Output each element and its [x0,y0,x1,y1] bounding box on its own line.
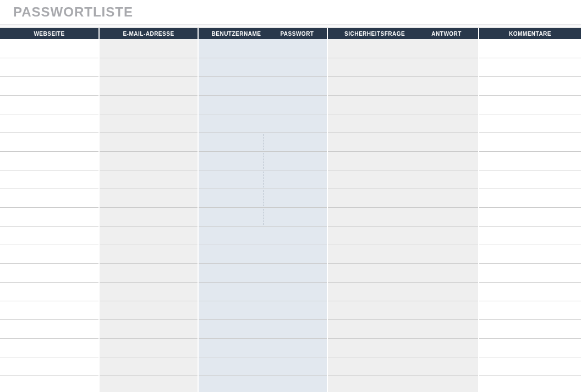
cell-user-pass[interactable] [198,39,327,58]
cell-kommentare[interactable] [479,226,581,245]
cell-email[interactable] [99,170,198,189]
cell-email[interactable] [99,39,198,58]
cell-sec-ant[interactable] [327,263,479,282]
cell-email[interactable] [99,226,198,245]
cell-user-pass[interactable] [198,245,327,263]
table-row [0,245,581,263]
cell-kommentare[interactable] [479,263,581,282]
cell-email[interactable] [99,114,198,132]
cell-kommentare[interactable] [479,207,581,226]
cell-user-pass[interactable] [198,376,327,392]
cell-webseite[interactable] [0,357,99,376]
cell-sec-ant[interactable] [327,76,479,95]
cell-sec-ant[interactable] [327,226,479,245]
cell-webseite[interactable] [0,301,99,319]
cell-email[interactable] [99,189,198,207]
cell-sec-ant[interactable] [327,319,479,338]
cell-kommentare[interactable] [479,170,581,189]
cell-webseite[interactable] [0,151,99,170]
cell-user-pass[interactable] [198,58,327,76]
cell-email[interactable] [99,95,198,114]
col-header-email: E-MAIL-ADRESSE [99,28,198,39]
cell-email[interactable] [99,301,198,319]
cell-sec-ant[interactable] [327,189,479,207]
cell-user-pass[interactable] [198,282,327,301]
cell-webseite[interactable] [0,376,99,392]
cell-user-pass[interactable] [198,151,327,170]
cell-webseite[interactable] [0,95,99,114]
cell-email[interactable] [99,58,198,76]
cell-email[interactable] [99,263,198,282]
cell-email[interactable] [99,338,198,357]
cell-user-pass[interactable] [198,76,327,95]
cell-sec-ant[interactable] [327,245,479,263]
cell-sec-ant[interactable] [327,207,479,226]
cell-kommentare[interactable] [479,132,581,151]
cell-user-pass[interactable] [198,189,327,207]
cell-webseite[interactable] [0,189,99,207]
cell-user-pass[interactable] [198,95,327,114]
cell-user-pass[interactable] [198,207,327,226]
cell-sec-ant[interactable] [327,39,479,58]
cell-webseite[interactable] [0,207,99,226]
cell-email[interactable] [99,151,198,170]
cell-webseite[interactable] [0,263,99,282]
cell-email[interactable] [99,376,198,392]
cell-kommentare[interactable] [479,189,581,207]
cell-user-pass[interactable] [198,301,327,319]
cell-email[interactable] [99,319,198,338]
cell-user-pass[interactable] [198,263,327,282]
cell-webseite[interactable] [0,282,99,301]
cell-sec-ant[interactable] [327,151,479,170]
cell-webseite[interactable] [0,170,99,189]
cell-sec-ant[interactable] [327,170,479,189]
cell-sec-ant[interactable] [327,376,479,392]
cell-user-pass[interactable] [198,226,327,245]
cell-kommentare[interactable] [479,282,581,301]
cell-sec-ant[interactable] [327,357,479,376]
cell-kommentare[interactable] [479,58,581,76]
password-table: WEBSEITE E-MAIL-ADRESSE BENUTZERNAME PAS… [0,28,581,392]
cell-sec-ant[interactable] [327,114,479,132]
cell-email[interactable] [99,282,198,301]
cell-webseite[interactable] [0,245,99,263]
cell-kommentare[interactable] [479,357,581,376]
table-row [0,226,581,245]
cell-sec-ant[interactable] [327,58,479,76]
cell-kommentare[interactable] [479,376,581,392]
cell-webseite[interactable] [0,319,99,338]
cell-user-pass[interactable] [198,338,327,357]
cell-user-pass[interactable] [198,319,327,338]
cell-email[interactable] [99,245,198,263]
cell-kommentare[interactable] [479,95,581,114]
cell-webseite[interactable] [0,39,99,58]
cell-webseite[interactable] [0,76,99,95]
cell-kommentare[interactable] [479,245,581,263]
cell-webseite[interactable] [0,338,99,357]
cell-sec-ant[interactable] [327,132,479,151]
cell-kommentare[interactable] [479,319,581,338]
cell-sec-ant[interactable] [327,301,479,319]
cell-email[interactable] [99,207,198,226]
cell-kommentare[interactable] [479,114,581,132]
cell-user-pass[interactable] [198,357,327,376]
cell-kommentare[interactable] [479,301,581,319]
cell-webseite[interactable] [0,226,99,245]
cell-webseite[interactable] [0,132,99,151]
cell-user-pass[interactable] [198,132,327,151]
cell-kommentare[interactable] [479,39,581,58]
cell-webseite[interactable] [0,114,99,132]
cell-email[interactable] [99,357,198,376]
cell-kommentare[interactable] [479,76,581,95]
cell-kommentare[interactable] [479,338,581,357]
cell-kommentare[interactable] [479,151,581,170]
cell-user-pass[interactable] [198,170,327,189]
cell-sec-ant[interactable] [327,95,479,114]
cell-sec-ant[interactable] [327,282,479,301]
cell-user-pass[interactable] [198,114,327,132]
table-row [0,39,581,58]
cell-email[interactable] [99,76,198,95]
cell-sec-ant[interactable] [327,338,479,357]
cell-webseite[interactable] [0,58,99,76]
cell-email[interactable] [99,132,198,151]
